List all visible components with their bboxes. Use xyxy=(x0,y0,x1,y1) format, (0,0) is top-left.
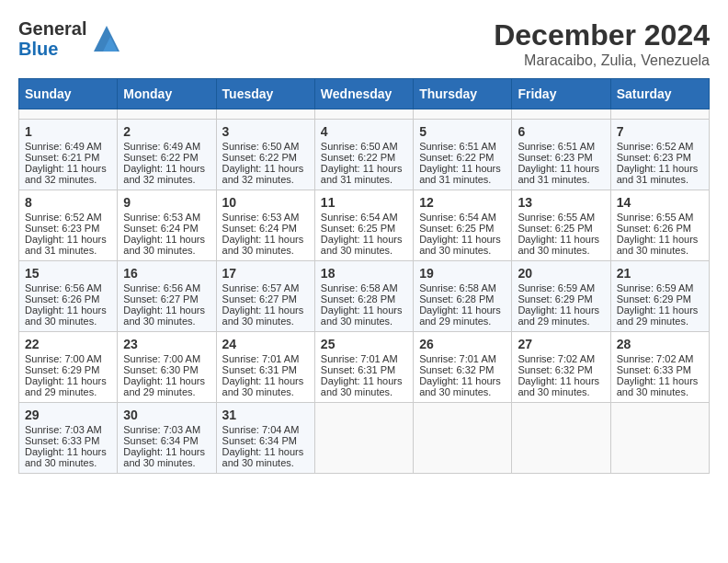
calendar-cell xyxy=(512,109,610,120)
day-number: 29 xyxy=(25,408,111,422)
daylight-text: Daylight: 11 hours and 30 minutes. xyxy=(222,304,309,327)
sunrise-text: Sunrise: 7:01 AM xyxy=(419,353,506,364)
daylight-text: Daylight: 11 hours and 31 minutes. xyxy=(617,163,703,185)
calendar-cell: 14Sunrise: 6:55 AMSunset: 6:26 PMDayligh… xyxy=(610,190,709,261)
calendar-cell xyxy=(314,109,413,120)
sunset-text: Sunset: 6:27 PM xyxy=(222,293,309,304)
day-number: 13 xyxy=(518,195,604,210)
sunrise-text: Sunrise: 7:03 AM xyxy=(123,424,210,435)
daylight-text: Daylight: 11 hours and 32 minutes. xyxy=(123,163,210,185)
sunrise-text: Sunrise: 6:54 AM xyxy=(321,212,407,223)
calendar-header-friday: Friday xyxy=(512,79,610,109)
day-number: 15 xyxy=(25,266,111,281)
daylight-text: Daylight: 11 hours and 31 minutes. xyxy=(518,163,604,185)
sunrise-text: Sunrise: 6:49 AM xyxy=(25,141,111,152)
sunrise-text: Sunrise: 6:53 AM xyxy=(123,212,210,223)
sunset-text: Sunset: 6:32 PM xyxy=(518,364,604,375)
sunrise-text: Sunrise: 6:55 AM xyxy=(617,212,703,223)
daylight-text: Daylight: 11 hours and 30 minutes. xyxy=(123,304,210,327)
sunset-text: Sunset: 6:22 PM xyxy=(321,152,407,163)
calendar-week-row: 22Sunrise: 7:00 AMSunset: 6:29 PMDayligh… xyxy=(19,332,710,403)
sunrise-text: Sunrise: 7:03 AM xyxy=(25,424,111,435)
day-number: 14 xyxy=(617,195,703,210)
day-number: 21 xyxy=(617,266,703,281)
calendar-cell: 11Sunrise: 6:54 AMSunset: 6:25 PMDayligh… xyxy=(314,190,413,261)
calendar-cell: 4Sunrise: 6:50 AMSunset: 6:22 PMDaylight… xyxy=(314,120,413,190)
day-number: 12 xyxy=(419,195,506,210)
daylight-text: Daylight: 11 hours and 29 minutes. xyxy=(518,304,604,327)
sunset-text: Sunset: 6:30 PM xyxy=(123,364,210,375)
calendar-header-row: SundayMondayTuesdayWednesdayThursdayFrid… xyxy=(19,79,710,109)
sunset-text: Sunset: 6:26 PM xyxy=(25,293,111,304)
daylight-text: Daylight: 11 hours and 30 minutes. xyxy=(518,234,604,256)
sunrise-text: Sunrise: 6:52 AM xyxy=(25,212,111,223)
daylight-text: Daylight: 11 hours and 30 minutes. xyxy=(321,375,407,397)
day-number: 9 xyxy=(123,195,210,210)
calendar-cell: 8Sunrise: 6:52 AMSunset: 6:23 PMDaylight… xyxy=(19,190,118,261)
calendar-cell: 16Sunrise: 6:56 AMSunset: 6:27 PMDayligh… xyxy=(118,261,216,332)
day-number: 30 xyxy=(123,408,210,422)
day-number: 27 xyxy=(518,337,604,351)
day-number: 1 xyxy=(25,124,111,139)
sunset-text: Sunset: 6:27 PM xyxy=(123,293,210,304)
daylight-text: Daylight: 11 hours and 32 minutes. xyxy=(25,163,111,185)
sunset-text: Sunset: 6:25 PM xyxy=(518,223,604,234)
sunset-text: Sunset: 6:29 PM xyxy=(518,293,604,304)
calendar-cell xyxy=(118,109,216,120)
calendar-cell: 7Sunrise: 6:52 AMSunset: 6:23 PMDaylight… xyxy=(610,120,709,190)
sunset-text: Sunset: 6:28 PM xyxy=(321,293,407,304)
day-number: 23 xyxy=(123,337,210,351)
calendar-cell: 30Sunrise: 7:03 AMSunset: 6:34 PMDayligh… xyxy=(118,403,216,474)
calendar-header-monday: Monday xyxy=(118,79,216,109)
sunrise-text: Sunrise: 7:00 AM xyxy=(123,353,210,364)
daylight-text: Daylight: 11 hours and 30 minutes. xyxy=(617,234,703,256)
sunset-text: Sunset: 6:24 PM xyxy=(222,223,309,234)
sunset-text: Sunset: 6:22 PM xyxy=(123,152,210,163)
sunrise-text: Sunrise: 6:58 AM xyxy=(419,282,506,293)
daylight-text: Daylight: 11 hours and 29 minutes. xyxy=(123,375,210,397)
sunrise-text: Sunrise: 6:51 AM xyxy=(518,141,604,152)
calendar-cell: 6Sunrise: 6:51 AMSunset: 6:23 PMDaylight… xyxy=(512,120,610,190)
calendar-cell: 5Sunrise: 6:51 AMSunset: 6:22 PMDaylight… xyxy=(414,120,512,190)
daylight-text: Daylight: 11 hours and 30 minutes. xyxy=(518,375,604,397)
calendar-cell: 15Sunrise: 6:56 AMSunset: 6:26 PMDayligh… xyxy=(19,261,118,332)
day-number: 22 xyxy=(25,337,111,351)
day-number: 26 xyxy=(419,337,506,351)
daylight-text: Daylight: 11 hours and 30 minutes. xyxy=(123,234,210,256)
sunset-text: Sunset: 6:26 PM xyxy=(617,223,703,234)
day-number: 3 xyxy=(222,124,309,139)
calendar-cell xyxy=(610,109,709,120)
calendar-header-wednesday: Wednesday xyxy=(314,79,413,109)
calendar-header-tuesday: Tuesday xyxy=(216,79,314,109)
sunrise-text: Sunrise: 6:55 AM xyxy=(518,212,604,223)
sunrise-text: Sunrise: 7:02 AM xyxy=(518,353,604,364)
day-number: 19 xyxy=(419,266,506,281)
logo: General Blue xyxy=(18,18,123,59)
calendar-week-row xyxy=(19,109,710,120)
page-header: General Blue December 2024 Maracaibo, Zu… xyxy=(18,18,710,69)
sunrise-text: Sunrise: 6:59 AM xyxy=(617,282,703,293)
sunrise-text: Sunrise: 6:51 AM xyxy=(419,141,506,152)
daylight-text: Daylight: 11 hours and 30 minutes. xyxy=(25,304,111,327)
sunrise-text: Sunrise: 6:58 AM xyxy=(321,282,407,293)
page-title: December 2024 xyxy=(494,18,710,52)
sunset-text: Sunset: 6:23 PM xyxy=(25,223,111,234)
calendar-cell: 24Sunrise: 7:01 AMSunset: 6:31 PMDayligh… xyxy=(216,332,314,403)
sunset-text: Sunset: 6:24 PM xyxy=(123,223,210,234)
sunset-text: Sunset: 6:21 PM xyxy=(25,152,111,163)
sunset-text: Sunset: 6:33 PM xyxy=(25,435,111,446)
sunrise-text: Sunrise: 6:57 AM xyxy=(222,282,309,293)
calendar-cell: 28Sunrise: 7:02 AMSunset: 6:33 PMDayligh… xyxy=(610,332,709,403)
sunrise-text: Sunrise: 6:59 AM xyxy=(518,282,604,293)
sunrise-text: Sunrise: 6:56 AM xyxy=(123,282,210,293)
sunrise-text: Sunrise: 7:04 AM xyxy=(222,424,309,435)
sunrise-text: Sunrise: 7:00 AM xyxy=(25,353,111,364)
sunset-text: Sunset: 6:29 PM xyxy=(25,364,111,375)
calendar-cell: 20Sunrise: 6:59 AMSunset: 6:29 PMDayligh… xyxy=(512,261,610,332)
daylight-text: Daylight: 11 hours and 29 minutes. xyxy=(617,304,703,327)
logo-text-general: General xyxy=(18,18,86,39)
sunrise-text: Sunrise: 6:52 AM xyxy=(617,141,703,152)
sunrise-text: Sunrise: 6:56 AM xyxy=(25,282,111,293)
page-subtitle: Maracaibo, Zulia, Venezuela xyxy=(494,52,710,69)
sunset-text: Sunset: 6:28 PM xyxy=(419,293,506,304)
